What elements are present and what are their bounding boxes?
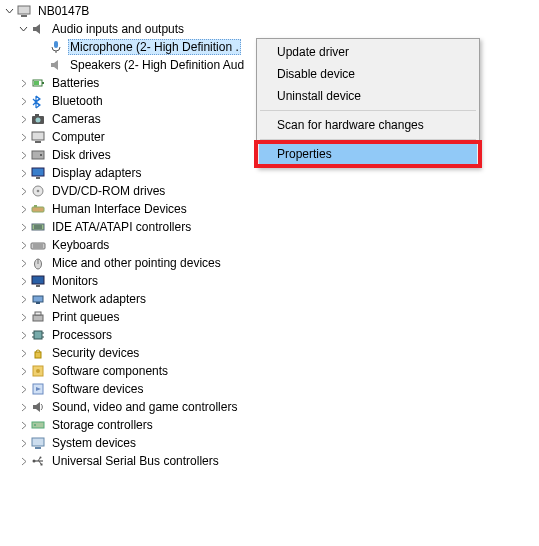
menu-item-disable-device[interactable]: Disable device — [259, 63, 477, 85]
chevron-right-icon[interactable] — [16, 130, 30, 144]
svg-rect-44 — [32, 422, 44, 428]
tree-item-processors[interactable]: Processors — [0, 326, 539, 344]
svg-point-13 — [40, 154, 42, 156]
tree-item-dvd-cd-rom-drives[interactable]: DVD/CD-ROM drives — [0, 182, 539, 200]
tree-item-software-devices[interactable]: Software devices — [0, 380, 539, 398]
cameras-icon — [30, 111, 46, 127]
svg-point-51 — [40, 457, 42, 459]
tree-item-keyboards[interactable]: Keyboards — [0, 236, 539, 254]
svg-rect-2 — [54, 41, 58, 48]
tree-item-system-devices[interactable]: System devices — [0, 434, 539, 452]
tree-item-storage-controllers[interactable]: Storage controllers — [0, 416, 539, 434]
tree-item-label: Speakers (2- High Definition Aud — [68, 57, 246, 73]
tree-item-label: IDE ATA/ATAPI controllers — [50, 219, 193, 235]
tree-item-universal-serial-bus-controllers[interactable]: Universal Serial Bus controllers — [0, 452, 539, 470]
chevron-right-icon[interactable] — [16, 454, 30, 468]
tree-item-print-queues[interactable]: Print queues — [0, 308, 539, 326]
svg-rect-10 — [32, 132, 44, 140]
sound-video-and-game-controllers-icon — [30, 399, 46, 415]
chevron-right-icon[interactable] — [16, 292, 30, 306]
dvd-cd-rom-drives-icon — [30, 183, 46, 199]
tree-item-ide-ata-atapi-controllers[interactable]: IDE ATA/ATAPI controllers — [0, 218, 539, 236]
human-interface-devices-icon — [30, 201, 46, 217]
computer-icon — [30, 129, 46, 145]
svg-rect-5 — [42, 82, 44, 84]
batteries-icon — [30, 75, 46, 91]
speaker-icon — [48, 57, 64, 73]
menu-separator — [260, 110, 476, 111]
chevron-right-icon[interactable] — [16, 310, 30, 324]
context-menu: Update driver Disable device Uninstall d… — [256, 38, 480, 168]
svg-point-17 — [37, 190, 40, 193]
tree-item-label: Processors — [50, 327, 114, 343]
tree-item-security-devices[interactable]: Security devices — [0, 344, 539, 362]
svg-rect-1 — [21, 15, 27, 17]
svg-rect-28 — [32, 276, 44, 284]
svg-rect-46 — [32, 438, 44, 446]
svg-rect-39 — [35, 352, 41, 358]
chevron-right-icon[interactable] — [16, 400, 30, 414]
menu-item-properties[interactable]: Properties — [259, 143, 477, 165]
chevron-right-icon[interactable] — [16, 148, 30, 162]
universal-serial-bus-controllers-icon — [30, 453, 46, 469]
chevron-right-icon[interactable] — [16, 184, 30, 198]
chevron-right-icon[interactable] — [16, 256, 30, 270]
svg-rect-9 — [35, 114, 39, 116]
keyboards-icon — [30, 237, 46, 253]
tree-item-human-interface-devices[interactable]: Human Interface Devices — [0, 200, 539, 218]
chevron-right-icon[interactable] — [16, 76, 30, 90]
tree-item-label: Print queues — [50, 309, 121, 325]
chevron-right-icon[interactable] — [16, 418, 30, 432]
tree-item-label: Audio inputs and outputs — [50, 21, 186, 37]
chevron-right-icon[interactable] — [16, 364, 30, 378]
chevron-right-icon[interactable] — [16, 328, 30, 342]
speaker-icon — [30, 21, 46, 37]
tree-item-label: Disk drives — [50, 147, 113, 163]
svg-rect-31 — [36, 302, 40, 304]
svg-rect-12 — [32, 151, 44, 159]
tree-item-sound-video-and-game-controllers[interactable]: Sound, video and game controllers — [0, 398, 539, 416]
tree-item-monitors[interactable]: Monitors — [0, 272, 539, 290]
tree-root-row[interactable]: NB0147B — [0, 2, 539, 20]
tree-item-label: Software components — [50, 363, 170, 379]
tree-item-audio[interactable]: Audio inputs and outputs — [0, 20, 539, 38]
menu-item-uninstall-device[interactable]: Uninstall device — [259, 85, 477, 107]
chevron-right-icon[interactable] — [16, 112, 30, 126]
chevron-down-icon[interactable] — [16, 22, 30, 36]
chevron-down-icon[interactable] — [2, 4, 16, 18]
svg-rect-6 — [34, 81, 39, 85]
tree-item-network-adapters[interactable]: Network adapters — [0, 290, 539, 308]
tree-item-label: Network adapters — [50, 291, 148, 307]
tree-item-label: Display adapters — [50, 165, 143, 181]
menu-separator — [260, 139, 476, 140]
processors-icon — [30, 327, 46, 343]
chevron-right-icon[interactable] — [16, 274, 30, 288]
chevron-right-icon[interactable] — [16, 202, 30, 216]
tree-item-label: Microphone (2- High Definition . — [68, 39, 241, 55]
chevron-right-icon[interactable] — [16, 220, 30, 234]
tree-item-label: Keyboards — [50, 237, 111, 253]
ide-ata-atapi-controllers-icon — [30, 219, 46, 235]
network-adapters-icon — [30, 291, 46, 307]
tree-item-mice-and-other-pointing-devices[interactable]: Mice and other pointing devices — [0, 254, 539, 272]
disk-drives-icon — [30, 147, 46, 163]
tree-item-software-components[interactable]: Software components — [0, 362, 539, 380]
chevron-right-icon[interactable] — [16, 346, 30, 360]
tree-item-label: Universal Serial Bus controllers — [50, 453, 221, 469]
chevron-right-icon[interactable] — [16, 436, 30, 450]
chevron-right-icon[interactable] — [16, 382, 30, 396]
monitors-icon — [30, 273, 46, 289]
tree-item-label: Cameras — [50, 111, 103, 127]
security-devices-icon — [30, 345, 46, 361]
tree-item-label: Bluetooth — [50, 93, 105, 109]
chevron-right-icon[interactable] — [16, 94, 30, 108]
menu-item-update-driver[interactable]: Update driver — [259, 41, 477, 63]
chevron-right-icon[interactable] — [16, 238, 30, 252]
chevron-right-icon[interactable] — [16, 166, 30, 180]
svg-rect-53 — [41, 464, 43, 466]
svg-rect-14 — [32, 168, 44, 176]
software-devices-icon — [30, 381, 46, 397]
menu-item-scan-hardware[interactable]: Scan for hardware changes — [259, 114, 477, 136]
display-adapters-icon — [30, 165, 46, 181]
storage-controllers-icon — [30, 417, 46, 433]
